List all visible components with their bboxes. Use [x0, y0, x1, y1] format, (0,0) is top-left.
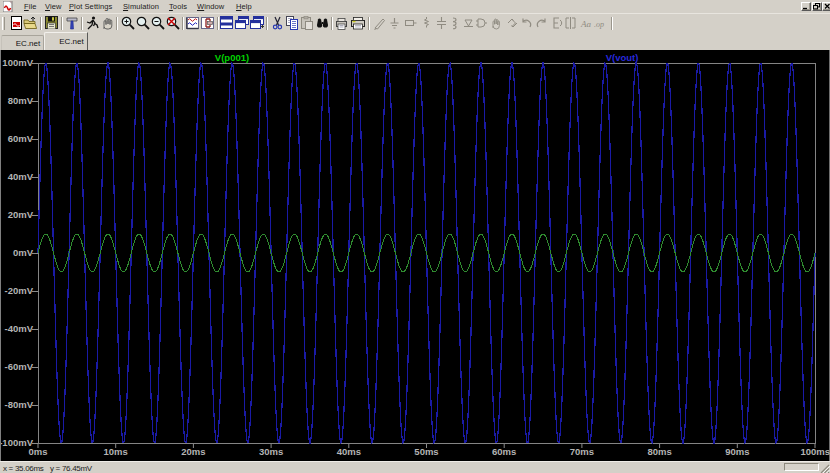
- svg-text:0mV: 0mV: [13, 247, 34, 258]
- svg-text:10ms: 10ms: [104, 446, 128, 457]
- svg-text:60ms: 60ms: [492, 446, 516, 457]
- svg-text:20ms: 20ms: [181, 446, 205, 457]
- svg-text:Aa: Aa: [580, 19, 591, 29]
- svg-text:70ms: 70ms: [570, 446, 594, 457]
- svg-text:-60mV: -60mV: [4, 361, 33, 372]
- svg-text:40ms: 40ms: [337, 446, 361, 457]
- svg-text:0ms: 0ms: [28, 446, 47, 457]
- svg-text:30ms: 30ms: [259, 446, 283, 457]
- svg-text:40mV: 40mV: [8, 171, 34, 182]
- svg-text:-80mV: -80mV: [4, 399, 33, 410]
- svg-text:80ms: 80ms: [647, 446, 671, 457]
- svg-text:V(vout): V(vout): [606, 52, 639, 63]
- svg-text:.op: .op: [594, 20, 604, 29]
- svg-text:-40mV: -40mV: [4, 323, 33, 334]
- svg-text:20mV: 20mV: [8, 209, 34, 220]
- svg-text:V(p001): V(p001): [215, 52, 249, 63]
- svg-text:100ms: 100ms: [800, 446, 830, 457]
- svg-text:90ms: 90ms: [725, 446, 749, 457]
- svg-text:50ms: 50ms: [414, 446, 438, 457]
- svg-text:100mV: 100mV: [2, 57, 33, 68]
- svg-text:60mV: 60mV: [8, 133, 34, 144]
- svg-text:-20mV: -20mV: [4, 285, 33, 296]
- svg-text:80mV: 80mV: [8, 95, 34, 106]
